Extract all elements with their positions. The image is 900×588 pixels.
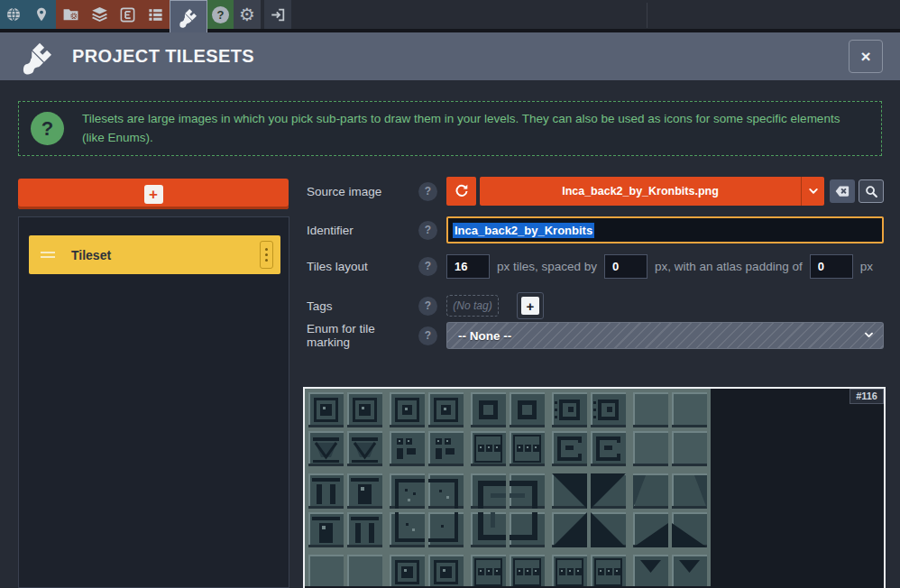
- layers-icon: [90, 5, 109, 23]
- drag-handle-icon[interactable]: [41, 252, 55, 253]
- tiles-layout-row: Tiles layout ? px tiles, spaced by px, w…: [307, 253, 884, 279]
- project-tilesets-panel: ? ⚙ PROJECT TILESETS × ? Tilesets are la…: [0, 0, 900, 588]
- main-toolbar: ? ⚙: [0, 0, 900, 32]
- chevron-down-icon: [806, 185, 821, 198]
- tileset-preview[interactable]: #116: [303, 387, 886, 588]
- project-button[interactable]: [56, 0, 85, 29]
- spacing-input[interactable]: [604, 254, 647, 279]
- backspace-clear-icon: [833, 183, 851, 199]
- source-image-filename[interactable]: Inca_back2_by_Kronbits.png: [480, 177, 801, 206]
- map-pin-icon: [33, 5, 50, 23]
- source-image-label: Source image: [307, 185, 418, 198]
- chevron-down-icon: [862, 329, 876, 341]
- level-button[interactable]: [27, 0, 56, 29]
- add-tileset-button[interactable]: +: [18, 179, 289, 209]
- tile-count-badge: #116: [849, 389, 884, 404]
- panel-header: PROJECT TILESETS ×: [0, 32, 900, 80]
- settings-button[interactable]: ⚙: [234, 0, 261, 29]
- plus-icon: +: [521, 297, 539, 315]
- locate-file-button[interactable]: [859, 179, 884, 203]
- enum-marking-row: Enum for tile marking ? -- None --: [307, 322, 884, 349]
- identifier-selected-text: Inca_back2_by_Kronbits: [453, 223, 594, 238]
- tags-help-badge[interactable]: ?: [418, 297, 437, 316]
- close-button[interactable]: ×: [849, 40, 883, 73]
- kebab-dot: [265, 248, 268, 251]
- entity-e-icon: [119, 6, 136, 23]
- tags-label: Tags: [307, 299, 418, 313]
- close-icon: ×: [860, 47, 870, 67]
- enums-button[interactable]: [141, 0, 170, 29]
- add-tag-button[interactable]: +: [517, 292, 544, 319]
- identifier-row: Identifier ? Inca_back2_by_Kronbits: [307, 216, 884, 243]
- clear-image-button[interactable]: [830, 179, 855, 203]
- kebab-dot: [265, 259, 268, 262]
- tiles-layout-label: Tiles layout: [307, 260, 418, 273]
- spacing-text: px tiles, spaced by: [497, 260, 597, 273]
- help-button[interactable]: ?: [207, 0, 234, 29]
- source-image-dropdown[interactable]: [801, 177, 824, 206]
- tileset-list: Tileset: [18, 216, 289, 588]
- kebab-dot: [265, 253, 268, 256]
- tile-size-input[interactable]: [446, 254, 490, 279]
- refresh-icon: [454, 183, 470, 199]
- identifier-input[interactable]: Inca_back2_by_Kronbits: [446, 216, 884, 243]
- reload-image-button[interactable]: [446, 177, 476, 206]
- enum-marking-label: Enum for tile marking: [307, 322, 418, 349]
- no-tag-placeholder: (No tag): [446, 295, 499, 317]
- source-image-help-badge[interactable]: ?: [418, 182, 437, 201]
- source-image-row: Source image ? Inca_back2_by_Kronbits.pn…: [307, 177, 884, 206]
- entities-button[interactable]: [114, 0, 141, 29]
- list-icon: [146, 6, 165, 23]
- tags-row: Tags ? (No tag) +: [307, 292, 884, 319]
- tileset-image[interactable]: [305, 389, 711, 586]
- exit-button[interactable]: [264, 0, 291, 29]
- tileset-list-item[interactable]: Tileset: [29, 235, 280, 274]
- magnifier-icon: [864, 184, 879, 199]
- world-button[interactable]: [0, 0, 27, 29]
- tilesets-tab[interactable]: [170, 0, 207, 32]
- identifier-label: Identifier: [307, 224, 418, 237]
- help-box: ? Tilesets are large images in which you…: [18, 101, 882, 156]
- enum-select[interactable]: -- None --: [446, 322, 884, 349]
- panel-brush-icon: [20, 39, 56, 75]
- padding-input[interactable]: [810, 254, 853, 279]
- help-icon: ?: [212, 6, 229, 23]
- identifier-help-badge[interactable]: ?: [418, 221, 437, 240]
- page-title: PROJECT TILESETS: [72, 46, 254, 67]
- source-image-picker[interactable]: Inca_back2_by_Kronbits.png: [480, 177, 824, 206]
- folder-gear-icon: [61, 5, 80, 23]
- padding-text: px, with an atlas padding of: [655, 260, 803, 273]
- question-icon: ?: [31, 112, 64, 145]
- enum-help-badge[interactable]: ?: [418, 326, 437, 345]
- tiles-layout-help-badge[interactable]: ?: [418, 257, 437, 276]
- item-menu-button[interactable]: [260, 241, 273, 269]
- gear-icon: ⚙: [239, 5, 255, 23]
- px-suffix: px: [860, 260, 873, 273]
- plus-icon: +: [144, 185, 163, 204]
- toolbar-divider: [647, 3, 647, 28]
- world-icon: [5, 5, 23, 23]
- help-box-text: Tilesets are large images in which you p…: [82, 110, 854, 147]
- enum-selected-value: -- None --: [458, 329, 511, 343]
- exit-icon: [269, 6, 287, 23]
- layers-button[interactable]: [85, 0, 114, 29]
- paint-brush-icon: [178, 6, 199, 28]
- tileset-item-label: Tileset: [71, 248, 111, 262]
